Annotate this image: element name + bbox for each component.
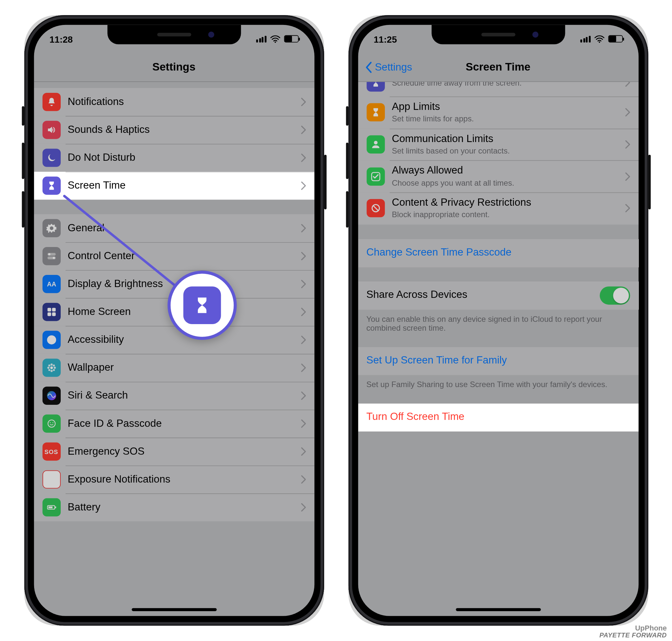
settings-row[interactable]: Accessibility (34, 326, 314, 354)
chevron-right-icon (301, 153, 306, 162)
settings-row[interactable]: App LimitsSet time limits for apps. (358, 96, 639, 128)
settings-row[interactable]: SOSEmergency SOS (34, 438, 314, 465)
person-icon (366, 136, 385, 154)
row-title: Wallpaper (68, 362, 300, 374)
settings-row[interactable]: Sounds & Haptics (34, 116, 314, 144)
settings-row[interactable]: General (34, 214, 314, 242)
settings-row[interactable]: Notifications (34, 88, 314, 116)
row-title: Emergency SOS (68, 446, 300, 458)
home-indicator[interactable] (132, 608, 217, 611)
row-title: App Limits (392, 101, 625, 113)
nav-title: Screen Time (466, 61, 530, 73)
settings-row[interactable]: Communication LimitsSet limits based on … (358, 128, 639, 160)
siri-icon (42, 387, 61, 405)
chevron-right-icon (301, 448, 306, 456)
settings-row[interactable]: Screen Time (34, 172, 314, 200)
chevron-right-icon (625, 82, 630, 87)
chevron-right-icon (625, 204, 630, 213)
row-subtitle: Set time limits for apps. (392, 114, 625, 124)
nav-bar: Settings Screen Time (358, 53, 639, 82)
settings-row[interactable]: Exposure Notifications (34, 465, 314, 493)
row-title: Do Not Disturb (68, 152, 300, 164)
hourglass-icon (366, 103, 385, 122)
status-time: 11:25 (374, 34, 397, 44)
settings-row[interactable]: Do Not Disturb (34, 144, 314, 172)
change-passcode-label: Change Screen Time Passcode (366, 247, 630, 259)
share-across-devices-row[interactable]: Share Across Devices (358, 282, 639, 309)
settings-row[interactable]: Schedule time away from the screen. (358, 82, 639, 96)
status-time: 11:28 (50, 34, 73, 44)
row-title: Control Center (68, 250, 300, 262)
settings-row[interactable]: Control Center (34, 242, 314, 270)
row-title: General (68, 222, 300, 234)
setup-family-row[interactable]: Set Up Screen Time for Family (358, 347, 639, 375)
wifi-icon (594, 35, 604, 43)
chevron-right-icon (625, 172, 630, 181)
moon-icon (42, 149, 61, 167)
chevron-right-icon (625, 140, 630, 149)
chevron-right-icon (301, 503, 306, 512)
change-passcode-row[interactable]: Change Screen Time Passcode (358, 239, 639, 267)
notch (431, 25, 565, 44)
settings-row[interactable]: Always AllowedChoose apps you want at al… (358, 160, 639, 192)
home-indicator[interactable] (455, 608, 540, 611)
sos-icon: SOS (42, 442, 61, 461)
flower-icon (42, 359, 61, 377)
accessibility-icon (42, 331, 61, 349)
share-toggle[interactable] (600, 286, 630, 305)
notifications-icon (42, 93, 61, 111)
row-title: Notifications (68, 96, 300, 108)
cellular-icon (580, 36, 591, 42)
row-subtitle: Set limits based on your contacts. (392, 146, 625, 156)
row-title: Exposure Notifications (68, 473, 300, 486)
left-phone-frame: 11:28 Settings NotificationsSounds & Hap… (24, 15, 324, 626)
chevron-right-icon (301, 475, 306, 484)
share-across-devices-label: Share Across Devices (366, 289, 599, 301)
row-title: Face ID & Passcode (68, 418, 300, 430)
chevron-right-icon (301, 98, 306, 106)
row-title: Communication Limits (392, 133, 625, 145)
share-footer: You can enable this on any device signed… (358, 309, 639, 332)
grid-icon (42, 303, 61, 321)
settings-row[interactable]: Siri & Search (34, 382, 314, 410)
row-title: Content & Privacy Restrictions (392, 196, 625, 209)
row-title: Always Allowed (392, 165, 625, 177)
back-label: Settings (375, 61, 412, 73)
covid-icon (42, 470, 61, 489)
settings-row[interactable]: Battery (34, 493, 314, 521)
nav-bar: Settings (34, 53, 314, 82)
battery-status-icon (608, 35, 622, 42)
nosign-icon (366, 199, 385, 218)
turn-off-screen-time-row[interactable]: Turn Off Screen Time (358, 404, 639, 432)
screen-time-callout (167, 271, 237, 340)
chevron-right-icon (301, 181, 306, 190)
settings-row[interactable]: Face ID & Passcode (34, 410, 314, 438)
chevron-right-icon (301, 126, 306, 134)
gear-icon (42, 219, 61, 237)
chevron-right-icon (301, 364, 306, 372)
chevron-left-icon (365, 61, 373, 73)
screen-time-settings[interactable]: Schedule time away from the screen.App L… (358, 82, 639, 616)
chevron-right-icon (625, 108, 630, 117)
right-phone-frame: 11:25 Settings Screen Time Schedule time… (348, 15, 648, 626)
settings-row[interactable]: Content & Privacy RestrictionsBlock inap… (358, 192, 639, 224)
row-title: Battery (68, 501, 300, 514)
row-title: Accessibility (68, 333, 300, 346)
hourglass-icon (42, 177, 61, 195)
back-button[interactable]: Settings (365, 53, 412, 81)
nav-title: Settings (152, 61, 195, 73)
setup-family-label: Set Up Screen Time for Family (366, 355, 630, 367)
chevron-right-icon (301, 420, 306, 428)
battery-icon (42, 498, 61, 517)
wifi-icon (270, 35, 280, 43)
chevron-right-icon (301, 391, 306, 400)
settings-list[interactable]: NotificationsSounds & HapticsDo Not Dist… (34, 82, 314, 616)
chevron-right-icon (301, 336, 306, 344)
row-subtitle: Schedule time away from the screen. (392, 82, 625, 88)
cellular-icon (256, 36, 266, 42)
hourglass-icon (183, 286, 221, 324)
faceid-icon (42, 415, 61, 433)
settings-row[interactable]: Wallpaper (34, 354, 314, 382)
aa-icon (42, 275, 61, 293)
chevron-right-icon (301, 280, 306, 288)
